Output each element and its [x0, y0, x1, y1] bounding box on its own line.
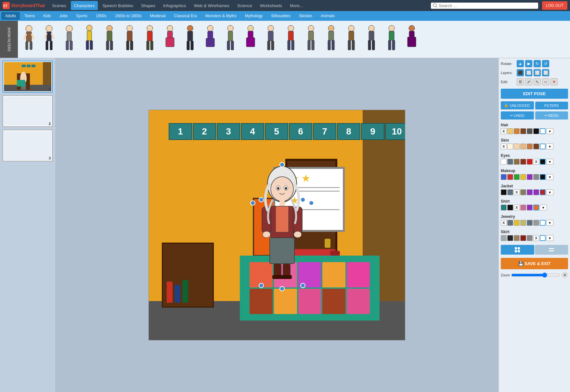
- hair-color-1[interactable]: [507, 128, 513, 134]
- tab-1900s[interactable]: 1900s: [92, 12, 110, 20]
- skin-color-3[interactable]: [520, 144, 526, 149]
- jacket-color-5[interactable]: [533, 189, 539, 195]
- skirt-x-btn[interactable]: X: [533, 235, 539, 241]
- search-input[interactable]: [439, 3, 536, 8]
- skin-color-4[interactable]: [527, 144, 533, 149]
- eye-color-4[interactable]: [520, 159, 526, 165]
- eye-color-custom[interactable]: [540, 159, 546, 165]
- jewelry-color-2[interactable]: [514, 220, 520, 226]
- tab-jobs[interactable]: Jobs: [56, 12, 71, 20]
- nav-shapes[interactable]: Shapes: [138, 1, 159, 10]
- unlock-button[interactable]: 🔓 UNLOCKED: [501, 101, 534, 109]
- tab-adults[interactable]: Adults: [1, 12, 20, 20]
- show-filters-button[interactable]: SHOW FILTERS: [0, 21, 18, 58]
- hair-color-2[interactable]: [514, 128, 520, 134]
- tab-sports[interactable]: Sports: [72, 12, 91, 20]
- skirt-color-2[interactable]: [507, 235, 513, 241]
- eye-color-2[interactable]: [507, 159, 513, 165]
- character-figure-6[interactable]: [120, 22, 139, 57]
- tab-1600s-1800s[interactable]: 1600s to 1800s: [111, 12, 145, 20]
- jewelry-x-btn[interactable]: X: [501, 220, 507, 226]
- skirt-color-3[interactable]: [514, 235, 520, 241]
- character-figure-14[interactable]: [281, 22, 301, 57]
- skirt-color-dropdown[interactable]: ▼: [546, 235, 553, 241]
- shirt-x-btn[interactable]: X: [514, 205, 520, 210]
- layout-list-btn[interactable]: [535, 245, 568, 255]
- logout-button[interactable]: LOG OUT: [542, 1, 567, 10]
- jacket-color-4[interactable]: [527, 189, 533, 195]
- hair-color-3[interactable]: [520, 128, 526, 134]
- jewelry-color-3[interactable]: [520, 220, 526, 226]
- slide-3[interactable]: 3: [3, 130, 53, 161]
- layer-back-btn[interactable]: ⬜: [525, 69, 532, 76]
- shirt-color-dropdown[interactable]: ▼: [540, 205, 547, 210]
- undo-button[interactable]: ↩ UNDO: [501, 111, 534, 120]
- slide-2[interactable]: 2: [3, 95, 53, 127]
- hair-color-dropdown[interactable]: ▼: [546, 128, 553, 134]
- nav-scenes[interactable]: Scenes: [49, 1, 69, 10]
- makeup-color-1[interactable]: [501, 174, 507, 180]
- hair-color-5[interactable]: [533, 128, 539, 134]
- shirt-color-2[interactable]: [507, 205, 513, 210]
- zoom-close-btn[interactable]: ✕: [562, 272, 568, 278]
- hair-color-4[interactable]: [527, 128, 533, 134]
- character-figure-7[interactable]: [140, 22, 160, 57]
- tab-teens[interactable]: Teens: [20, 12, 39, 20]
- nav-speech-bubbles[interactable]: Speech Bubbles: [99, 1, 136, 10]
- tab-stickies[interactable]: Stickies: [295, 12, 316, 20]
- tab-medieval[interactable]: Medieval: [146, 12, 170, 20]
- skin-color-dropdown[interactable]: ▼: [546, 144, 553, 149]
- skirt-color-4[interactable]: [520, 235, 526, 241]
- jewelry-color-dropdown[interactable]: ▼: [546, 220, 553, 226]
- handle-top-center[interactable]: [279, 162, 285, 167]
- rotate-right-btn[interactable]: ▶: [525, 60, 532, 67]
- rotate-cw-btn[interactable]: ↻: [534, 60, 541, 67]
- nav-worksheets[interactable]: Worksheets: [257, 1, 285, 10]
- skin-color-custom[interactable]: [540, 144, 546, 149]
- edit-crop-btn[interactable]: ⤡: [534, 78, 541, 85]
- edit-delete-btn[interactable]: ✕: [551, 78, 558, 85]
- character-figure-18[interactable]: [362, 22, 381, 57]
- handle-top-right[interactable]: [300, 197, 305, 202]
- edit-flip-btn[interactable]: ↔: [542, 78, 549, 85]
- nav-characters[interactable]: Characters: [71, 1, 98, 10]
- handle-bottom-center[interactable]: [279, 286, 285, 291]
- skin-color-1[interactable]: [507, 144, 513, 149]
- nav-science[interactable]: Science: [234, 1, 255, 10]
- layer-front-btn[interactable]: ⬛: [517, 69, 524, 76]
- jacket-color-2[interactable]: [507, 189, 513, 195]
- character-figure-16[interactable]: [321, 22, 341, 57]
- edit-copy-btn[interactable]: ⎘: [517, 78, 524, 85]
- filters-button[interactable]: FILTERS: [535, 102, 568, 109]
- jewelry-color-custom[interactable]: [540, 220, 546, 226]
- jewelry-color-5[interactable]: [533, 220, 539, 226]
- skirt-color-custom[interactable]: [540, 235, 546, 241]
- shirt-color-custom[interactable]: [533, 205, 539, 210]
- character-figure-10[interactable]: [201, 22, 220, 57]
- redo-button[interactable]: ↪ REDO: [535, 111, 568, 120]
- scene-canvas[interactable]: 1 2 3 4 5 6 7 8 9 10: [149, 110, 405, 340]
- handle-bottom-right[interactable]: [300, 283, 305, 288]
- character-figure-12[interactable]: [241, 22, 260, 57]
- character-figure-20[interactable]: [402, 22, 421, 57]
- skin-color-2[interactable]: [514, 144, 520, 149]
- shirt-color-1[interactable]: [501, 205, 507, 210]
- skirt-color-5[interactable]: [527, 235, 533, 241]
- tab-mythology[interactable]: Mythology: [241, 12, 267, 20]
- character-figure-5[interactable]: [100, 22, 119, 57]
- handle-bottom-left[interactable]: [259, 283, 264, 288]
- eye-x-btn[interactable]: X: [533, 159, 539, 165]
- makeup-color-5[interactable]: [527, 174, 533, 180]
- makeup-color-custom[interactable]: [540, 174, 546, 180]
- skin-color-5[interactable]: [533, 144, 539, 149]
- skin-x-btn[interactable]: X: [501, 144, 507, 149]
- handle-top-left[interactable]: [259, 197, 264, 202]
- jacket-color-3[interactable]: [520, 189, 526, 195]
- character-figure-4[interactable]: [80, 22, 99, 57]
- jewelry-color-1[interactable]: [507, 220, 513, 226]
- hair-x-btn[interactable]: X: [501, 128, 507, 134]
- character-figure-9[interactable]: [180, 22, 200, 57]
- handle-mid-left[interactable]: [250, 200, 255, 206]
- character-figure-8[interactable]: [160, 22, 180, 57]
- tab-monsters-myths[interactable]: Monsters & Myths: [201, 12, 240, 20]
